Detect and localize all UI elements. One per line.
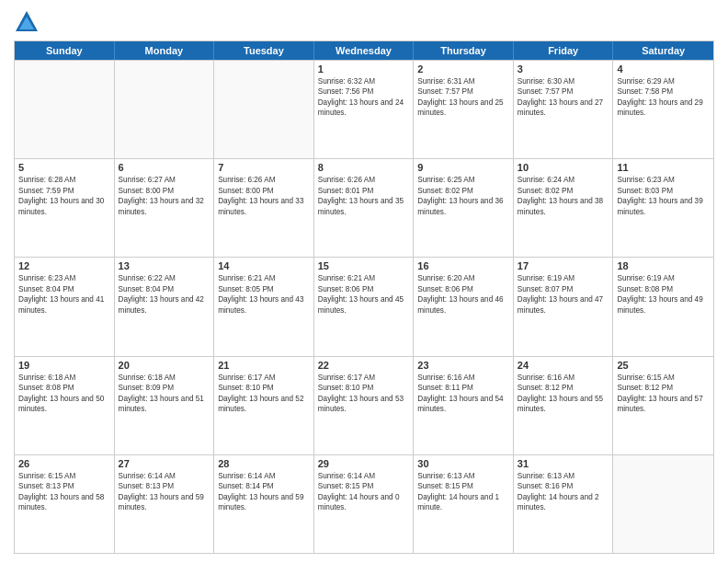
day-info: Sunrise: 6:14 AM Sunset: 8:14 PM Dayligh… [218,471,310,513]
empty-cell [214,61,314,158]
day-number: 21 [218,360,310,371]
logo-icon [14,9,40,35]
day-header-monday: Monday [115,41,215,60]
day-info: Sunrise: 6:16 AM Sunset: 8:12 PM Dayligh… [518,373,609,415]
day-info: Sunrise: 6:27 AM Sunset: 8:00 PM Dayligh… [119,175,210,217]
day-info: Sunrise: 6:19 AM Sunset: 8:07 PM Dayligh… [518,273,609,316]
day-number: 30 [417,458,509,469]
day-cell-6: 6Sunrise: 6:27 AM Sunset: 8:00 PM Daylig… [115,159,215,257]
day-number: 29 [318,458,410,469]
day-number: 1 [318,63,410,75]
calendar: SundayMondayTuesdayWednesdayThursdayFrid… [14,40,714,554]
empty-cell [15,61,115,158]
day-info: Sunrise: 6:30 AM Sunset: 7:57 PM Dayligh… [518,76,609,119]
day-info: Sunrise: 6:28 AM Sunset: 7:59 PM Dayligh… [18,175,110,217]
day-info: Sunrise: 6:31 AM Sunset: 7:57 PM Dayligh… [417,76,509,119]
day-cell-5: 5Sunrise: 6:28 AM Sunset: 7:59 PM Daylig… [15,159,115,257]
day-number: 10 [518,162,609,173]
calendar-row-5: 26Sunrise: 6:15 AM Sunset: 8:13 PM Dayli… [15,454,713,553]
day-cell-25: 25Sunrise: 6:15 AM Sunset: 8:12 PM Dayli… [613,357,713,454]
day-number: 3 [518,63,609,75]
calendar-row-1: 1Sunrise: 6:32 AM Sunset: 7:56 PM Daylig… [15,60,713,158]
day-number: 25 [617,360,710,371]
day-cell-23: 23Sunrise: 6:16 AM Sunset: 8:11 PM Dayli… [414,357,514,454]
day-cell-15: 15Sunrise: 6:21 AM Sunset: 8:06 PM Dayli… [314,258,415,355]
day-header-sunday: Sunday [15,41,115,60]
day-number: 17 [518,260,609,271]
day-number: 20 [119,360,210,371]
calendar-row-2: 5Sunrise: 6:28 AM Sunset: 7:59 PM Daylig… [15,158,713,257]
day-info: Sunrise: 6:19 AM Sunset: 8:08 PM Dayligh… [617,273,710,316]
day-number: 4 [617,63,710,75]
day-number: 12 [18,260,110,271]
day-number: 22 [318,360,410,371]
day-info: Sunrise: 6:21 AM Sunset: 8:06 PM Dayligh… [318,273,410,316]
day-cell-28: 28Sunrise: 6:14 AM Sunset: 8:14 PM Dayli… [214,455,314,553]
day-header-thursday: Thursday [414,41,514,60]
day-info: Sunrise: 6:13 AM Sunset: 8:16 PM Dayligh… [518,471,609,513]
day-info: Sunrise: 6:32 AM Sunset: 7:56 PM Dayligh… [318,76,410,119]
day-number: 15 [318,260,410,271]
day-cell-30: 30Sunrise: 6:13 AM Sunset: 8:15 PM Dayli… [414,455,514,553]
day-info: Sunrise: 6:24 AM Sunset: 8:02 PM Dayligh… [518,175,609,217]
calendar-row-4: 19Sunrise: 6:18 AM Sunset: 8:08 PM Dayli… [15,356,713,454]
day-header-tuesday: Tuesday [214,41,314,60]
day-cell-1: 1Sunrise: 6:32 AM Sunset: 7:56 PM Daylig… [314,61,415,158]
day-info: Sunrise: 6:17 AM Sunset: 8:10 PM Dayligh… [318,373,410,415]
day-info: Sunrise: 6:18 AM Sunset: 8:08 PM Dayligh… [18,373,110,415]
day-cell-29: 29Sunrise: 6:14 AM Sunset: 8:15 PM Dayli… [314,455,415,553]
day-header-wednesday: Wednesday [314,41,415,60]
day-number: 23 [417,360,509,371]
day-info: Sunrise: 6:21 AM Sunset: 8:05 PM Dayligh… [218,273,310,316]
day-cell-22: 22Sunrise: 6:17 AM Sunset: 8:10 PM Dayli… [314,357,415,454]
day-cell-31: 31Sunrise: 6:13 AM Sunset: 8:16 PM Dayli… [514,455,614,553]
empty-cell [115,61,215,158]
day-cell-7: 7Sunrise: 6:26 AM Sunset: 8:00 PM Daylig… [214,159,314,257]
day-info: Sunrise: 6:16 AM Sunset: 8:11 PM Dayligh… [417,373,509,415]
day-info: Sunrise: 6:29 AM Sunset: 7:58 PM Dayligh… [617,76,710,119]
day-number: 31 [518,458,609,469]
day-cell-24: 24Sunrise: 6:16 AM Sunset: 8:12 PM Dayli… [514,357,614,454]
day-info: Sunrise: 6:17 AM Sunset: 8:10 PM Dayligh… [218,373,310,415]
page: SundayMondayTuesdayWednesdayThursdayFrid… [0,0,728,563]
day-cell-8: 8Sunrise: 6:26 AM Sunset: 8:01 PM Daylig… [314,159,415,257]
day-number: 5 [18,162,110,173]
day-number: 14 [218,260,310,271]
day-number: 9 [417,162,509,173]
day-cell-14: 14Sunrise: 6:21 AM Sunset: 8:05 PM Dayli… [214,258,314,355]
day-info: Sunrise: 6:15 AM Sunset: 8:12 PM Dayligh… [617,373,710,415]
day-cell-19: 19Sunrise: 6:18 AM Sunset: 8:08 PM Dayli… [15,357,115,454]
day-number: 7 [218,162,310,173]
day-cell-21: 21Sunrise: 6:17 AM Sunset: 8:10 PM Dayli… [214,357,314,454]
day-cell-2: 2Sunrise: 6:31 AM Sunset: 7:57 PM Daylig… [414,61,514,158]
day-cell-11: 11Sunrise: 6:23 AM Sunset: 8:03 PM Dayli… [613,159,713,257]
day-info: Sunrise: 6:13 AM Sunset: 8:15 PM Dayligh… [417,471,509,513]
calendar-row-3: 12Sunrise: 6:23 AM Sunset: 8:04 PM Dayli… [15,257,713,355]
day-cell-16: 16Sunrise: 6:20 AM Sunset: 8:06 PM Dayli… [414,258,514,355]
day-info: Sunrise: 6:14 AM Sunset: 8:15 PM Dayligh… [318,471,410,513]
day-cell-3: 3Sunrise: 6:30 AM Sunset: 7:57 PM Daylig… [514,61,614,158]
day-number: 6 [119,162,210,173]
day-info: Sunrise: 6:23 AM Sunset: 8:04 PM Dayligh… [18,273,110,316]
day-info: Sunrise: 6:26 AM Sunset: 8:01 PM Dayligh… [318,175,410,217]
day-header-friday: Friday [514,41,614,60]
day-number: 28 [218,458,310,469]
day-cell-17: 17Sunrise: 6:19 AM Sunset: 8:07 PM Dayli… [514,258,614,355]
day-cell-9: 9Sunrise: 6:25 AM Sunset: 8:02 PM Daylig… [414,159,514,257]
day-number: 24 [518,360,609,371]
day-cell-10: 10Sunrise: 6:24 AM Sunset: 8:02 PM Dayli… [514,159,614,257]
day-cell-12: 12Sunrise: 6:23 AM Sunset: 8:04 PM Dayli… [15,258,115,355]
day-info: Sunrise: 6:25 AM Sunset: 8:02 PM Dayligh… [417,175,509,217]
day-number: 8 [318,162,410,173]
day-number: 27 [119,458,210,469]
day-number: 18 [617,260,710,271]
day-info: Sunrise: 6:22 AM Sunset: 8:04 PM Dayligh… [119,273,210,316]
header [14,9,714,35]
day-cell-4: 4Sunrise: 6:29 AM Sunset: 7:58 PM Daylig… [613,61,713,158]
day-info: Sunrise: 6:18 AM Sunset: 8:09 PM Dayligh… [119,373,210,415]
day-cell-18: 18Sunrise: 6:19 AM Sunset: 8:08 PM Dayli… [613,258,713,355]
day-number: 11 [617,162,710,173]
day-info: Sunrise: 6:15 AM Sunset: 8:13 PM Dayligh… [18,471,110,513]
day-info: Sunrise: 6:14 AM Sunset: 8:13 PM Dayligh… [119,471,210,513]
logo [14,9,43,35]
